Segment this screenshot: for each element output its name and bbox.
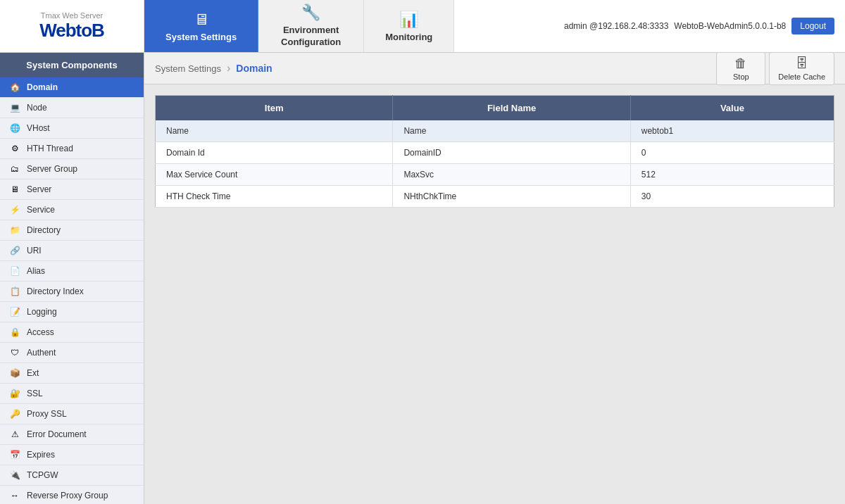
- sidebar-label-proxy-ssl: Proxy SSL: [27, 409, 67, 419]
- main-layout: System Components 🏠 Domain 💻 Node 🌐 VHos…: [0, 53, 845, 504]
- breadcrumb-parent: System Settings: [155, 63, 221, 74]
- environment-configuration-label: EnvironmentConfiguration: [281, 25, 341, 49]
- tcpgw-icon: 🔌: [8, 470, 21, 480]
- monitoring-icon: 📊: [399, 11, 418, 29]
- sidebar-item-ssl[interactable]: 🔐 SSL: [0, 384, 144, 404]
- sidebar-item-domain[interactable]: 🏠 Domain: [0, 77, 144, 98]
- access-icon: 🔒: [8, 327, 21, 337]
- sidebar-label-expires: Expires: [27, 450, 55, 460]
- service-icon: ⚡: [8, 205, 21, 215]
- logo-area: Tmax Web Server WebtoB: [0, 0, 144, 52]
- environment-configuration-icon: 🔧: [301, 4, 320, 22]
- sidebar-item-server[interactable]: 🖥 Server: [0, 179, 144, 200]
- cell-item-1: Domain Id: [156, 142, 393, 164]
- sidebar-item-alias[interactable]: 📄 Alias: [0, 261, 144, 282]
- content-area: System Settings › Domain 🗑 Stop 🗄 Delete…: [144, 53, 845, 504]
- sidebar-label-node: Node: [27, 103, 47, 113]
- vhost-icon: 🌐: [8, 123, 21, 133]
- breadcrumb-arrow: ›: [227, 62, 230, 75]
- sidebar-label-logging: Logging: [27, 307, 57, 317]
- system-settings-label: System Settings: [165, 32, 237, 42]
- sidebar-item-hth-thread[interactable]: ⚙ HTH Thread: [0, 139, 144, 159]
- sidebar-item-access[interactable]: 🔒 Access: [0, 322, 144, 343]
- sidebar-item-expires[interactable]: 📅 Expires: [0, 445, 144, 465]
- node-icon: 💻: [8, 103, 21, 113]
- stop-button[interactable]: 🗑 Stop: [716, 52, 765, 85]
- directory-index-icon: 📋: [8, 286, 21, 296]
- table-row: Name Name webtob1: [156, 120, 834, 142]
- toolbar: 🗑 Stop 🗄 Delete Cache: [716, 52, 834, 85]
- domain-icon: 🏠: [8, 82, 21, 92]
- logging-icon: 📝: [8, 307, 21, 317]
- tab-environment-configuration[interactable]: 🔧 EnvironmentConfiguration: [258, 0, 364, 52]
- cell-fieldname-3: NHthChkTime: [393, 186, 630, 208]
- table-row: Domain Id DomainID 0: [156, 142, 834, 164]
- sidebar-label-directory-index: Directory Index: [27, 286, 84, 296]
- sidebar-header: System Components: [0, 53, 144, 77]
- sidebar-label-alias: Alias: [27, 266, 45, 276]
- ssl-icon: 🔐: [8, 389, 21, 398]
- cell-fieldname-0: Name: [393, 120, 630, 142]
- breadcrumb: System Settings › Domain: [155, 62, 273, 75]
- logout-button[interactable]: Logout: [791, 18, 834, 34]
- table-header-row: Item Field Name Value: [156, 96, 834, 121]
- authent-icon: 🛡: [8, 348, 21, 358]
- ext-icon: 📦: [8, 368, 21, 378]
- sidebar-label-server: Server: [27, 184, 51, 194]
- table-row: Max Service Count MaxSvc 512: [156, 164, 834, 186]
- sidebar-label-authent: Authent: [27, 348, 56, 358]
- sidebar-item-directory-index[interactable]: 📋 Directory Index: [0, 282, 144, 302]
- stop-label: Stop: [733, 73, 749, 81]
- sidebar-item-uri[interactable]: 🔗 URI: [0, 241, 144, 261]
- sidebar-label-hth-thread: HTH Thread: [27, 144, 73, 153]
- sidebar-item-reverse-proxy-group[interactable]: ↔ Reverse Proxy Group: [0, 486, 144, 504]
- uri-icon: 🔗: [8, 246, 21, 256]
- sidebar-item-ext[interactable]: 📦 Ext: [0, 363, 144, 384]
- sidebar-label-error-document: Error Document: [27, 429, 87, 439]
- breadcrumb-bar: System Settings › Domain 🗑 Stop 🗄 Delete…: [144, 53, 845, 84]
- cell-fieldname-2: MaxSvc: [393, 164, 630, 186]
- logo-tmax: Tmax Web Server: [41, 11, 103, 20]
- column-item: Item: [156, 96, 393, 121]
- cell-item-0: Name: [156, 120, 393, 142]
- expires-icon: 📅: [8, 450, 21, 460]
- sidebar-label-uri: URI: [27, 246, 42, 256]
- sidebar-item-error-document[interactable]: ⚠ Error Document: [0, 424, 144, 445]
- logo-webtob: WebtoB: [39, 20, 104, 42]
- monitoring-label: Monitoring: [385, 32, 432, 42]
- sidebar-label-vhost: VHost: [27, 123, 50, 133]
- sidebar-label-ssl: SSL: [27, 389, 43, 398]
- delete-cache-label: Delete Cache: [778, 73, 825, 81]
- delete-cache-button[interactable]: 🗄 Delete Cache: [769, 52, 834, 85]
- sidebar-item-vhost[interactable]: 🌐 VHost: [0, 118, 144, 139]
- sidebar-item-directory[interactable]: 📁 Directory: [0, 220, 144, 241]
- version-info: WebtoB-WebAdmin5.0.0.1-b8: [674, 21, 786, 31]
- sidebar-item-tcpgw[interactable]: 🔌 TCPGW: [0, 465, 144, 486]
- sidebar-label-reverse-proxy-group: Reverse Proxy Group: [27, 491, 108, 500]
- tab-monitoring[interactable]: 📊 Monitoring: [364, 0, 454, 52]
- user-info: admin @192.168.2.48:3333: [564, 21, 668, 31]
- sidebar-label-ext: Ext: [27, 368, 39, 378]
- tab-system-settings[interactable]: 🖥 System Settings: [144, 0, 258, 52]
- error-document-icon: ⚠: [8, 429, 21, 439]
- sidebar-label-domain: Domain: [27, 82, 58, 92]
- sidebar-label-tcpgw: TCPGW: [27, 470, 58, 480]
- cell-value-0: webtob1: [630, 120, 834, 142]
- cell-value-3: 30: [630, 186, 834, 208]
- sidebar-label-server-group: Server Group: [27, 164, 77, 174]
- sidebar-item-authent[interactable]: 🛡 Authent: [0, 343, 144, 363]
- stop-icon: 🗑: [734, 56, 747, 71]
- sidebar-item-service[interactable]: ⚡ Service: [0, 200, 144, 220]
- hth-thread-icon: ⚙: [8, 144, 21, 153]
- directory-icon: 📁: [8, 225, 21, 235]
- sidebar-item-server-group[interactable]: 🗂 Server Group: [0, 159, 144, 179]
- header: Tmax Web Server WebtoB 🖥 System Settings…: [0, 0, 845, 53]
- column-field-name: Field Name: [393, 96, 630, 121]
- reverse-proxy-group-icon: ↔: [8, 491, 21, 500]
- sidebar-label-service: Service: [27, 205, 55, 215]
- sidebar-item-logging[interactable]: 📝 Logging: [0, 302, 144, 322]
- server-group-icon: 🗂: [8, 164, 21, 174]
- server-icon: 🖥: [8, 184, 21, 194]
- sidebar-item-proxy-ssl[interactable]: 🔑 Proxy SSL: [0, 404, 144, 424]
- sidebar-item-node[interactable]: 💻 Node: [0, 98, 144, 118]
